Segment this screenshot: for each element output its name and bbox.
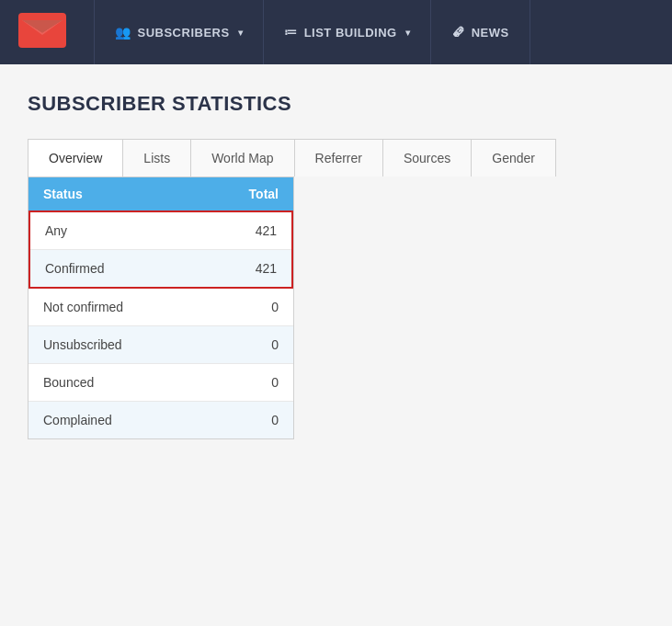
tab-world-map[interactable]: World Map bbox=[191, 140, 294, 176]
row-total-not-confirmed: 0 bbox=[233, 300, 279, 314]
tab-referrer[interactable]: Referrer bbox=[295, 140, 383, 176]
navbar: 👥 Subscribers ▾ ≔ List Building ▾ 🗞 News bbox=[0, 0, 672, 64]
header-status: Status bbox=[43, 187, 233, 201]
row-total-any: 421 bbox=[231, 223, 277, 238]
tab-sources[interactable]: Sources bbox=[383, 140, 472, 176]
nav-item-subscribers[interactable]: 👥 Subscribers ▾ bbox=[94, 0, 264, 64]
row-status-unsubscribed: Unsubscribed bbox=[43, 337, 233, 352]
news-icon: 🗞 bbox=[451, 25, 465, 40]
chevron-down-icon: ▾ bbox=[238, 28, 244, 38]
tabs-container: Overview Lists World Map Referrer Source… bbox=[28, 139, 556, 176]
page-title: Subscriber Statistics bbox=[28, 92, 644, 116]
nav-item-news[interactable]: 🗞 News bbox=[431, 0, 530, 64]
highlighted-rows-group: Any 421 Confirmed 421 bbox=[28, 211, 293, 289]
nav-items: 👥 Subscribers ▾ ≔ List Building ▾ 🗞 News bbox=[94, 0, 530, 64]
logo[interactable] bbox=[18, 13, 94, 51]
stats-table: Status Total Any 421 Confirmed 421 Not c… bbox=[28, 176, 294, 439]
row-total-complained: 0 bbox=[233, 413, 279, 427]
row-status-any: Any bbox=[45, 223, 231, 238]
nav-item-list-building-label: List Building bbox=[304, 26, 397, 40]
nav-item-subscribers-label: Subscribers bbox=[138, 26, 230, 40]
tab-gender[interactable]: Gender bbox=[472, 140, 555, 176]
table-row: Any 421 bbox=[30, 212, 291, 250]
table-row: Bounced 0 bbox=[28, 364, 293, 402]
subscribers-icon: 👥 bbox=[115, 25, 131, 40]
nav-item-news-label: News bbox=[472, 26, 509, 40]
row-status-bounced: Bounced bbox=[43, 375, 233, 390]
chevron-down-icon-2: ▾ bbox=[405, 28, 411, 38]
page-content: Subscriber Statistics Overview Lists Wor… bbox=[0, 64, 672, 626]
tab-lists[interactable]: Lists bbox=[123, 140, 191, 176]
row-status-confirmed: Confirmed bbox=[45, 261, 231, 276]
list-building-icon: ≔ bbox=[284, 25, 298, 40]
table-row: Unsubscribed 0 bbox=[28, 326, 293, 364]
table-row: Not confirmed 0 bbox=[28, 289, 293, 326]
table-header: Status Total bbox=[28, 177, 293, 211]
row-status-not-confirmed: Not confirmed bbox=[43, 300, 233, 314]
nav-item-list-building[interactable]: ≔ List Building ▾ bbox=[264, 0, 431, 64]
table-row: Complained 0 bbox=[28, 402, 293, 438]
row-total-bounced: 0 bbox=[233, 375, 279, 390]
table-row: Confirmed 421 bbox=[30, 250, 291, 287]
row-status-complained: Complained bbox=[43, 413, 233, 427]
row-total-unsubscribed: 0 bbox=[233, 337, 279, 352]
header-total: Total bbox=[233, 187, 279, 201]
row-total-confirmed: 421 bbox=[231, 261, 277, 276]
tab-overview[interactable]: Overview bbox=[28, 140, 123, 176]
